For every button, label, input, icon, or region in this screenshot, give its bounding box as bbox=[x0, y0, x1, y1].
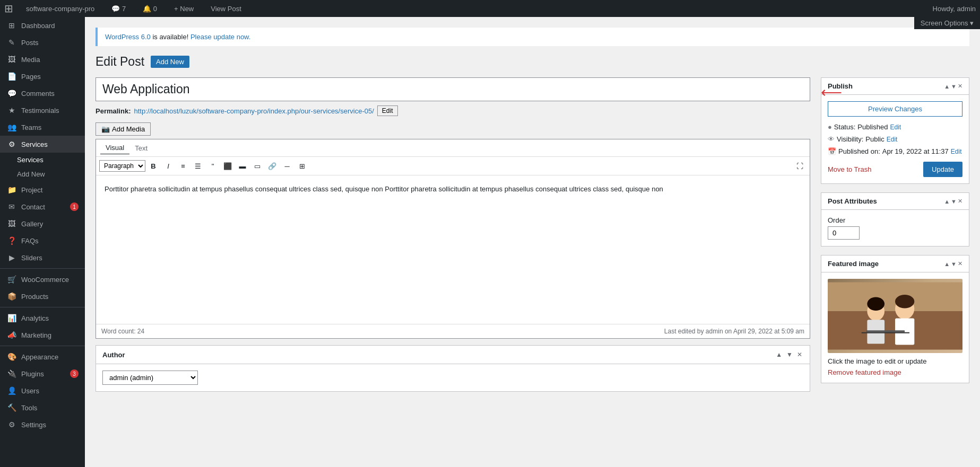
sidebar-item-appearance[interactable]: 🎨 Appearance bbox=[0, 348, 85, 365]
post-attributes-panel: Post Attributes ▲ ▼ ✕ Order bbox=[821, 192, 969, 246]
screen-options-button[interactable]: Screen Options ▾ bbox=[914, 17, 980, 29]
wp-version-link[interactable]: WordPress 6.0 bbox=[105, 33, 151, 41]
add-media-button[interactable]: 📷 Add Media bbox=[96, 122, 151, 136]
appearance-icon: 🎨 bbox=[6, 353, 17, 361]
update-notice: WordPress 6.0 is available! Please updat… bbox=[96, 28, 969, 46]
permalink-url[interactable]: http://localhost/luzuk/software-company-… bbox=[134, 107, 374, 115]
italic-button[interactable]: I bbox=[161, 159, 175, 173]
published-edit-link[interactable]: Edit bbox=[951, 148, 962, 155]
featured-image-controls: ▲ ▼ ✕ bbox=[944, 260, 962, 267]
link-button[interactable]: 🔗 bbox=[265, 159, 279, 173]
paragraph-select[interactable]: Paragraph bbox=[99, 160, 145, 172]
attrs-collapse-x[interactable]: ✕ bbox=[958, 198, 962, 205]
bold-button[interactable]: B bbox=[146, 159, 160, 173]
sidebar-item-posts[interactable]: ✎ Posts bbox=[0, 34, 85, 51]
new-post-item[interactable]: + New bbox=[170, 5, 198, 13]
notice-text: is available! bbox=[152, 33, 190, 41]
order-input[interactable] bbox=[828, 226, 860, 240]
status-value: Published bbox=[857, 123, 888, 131]
fullscreen-button[interactable]: ⛶ bbox=[793, 159, 806, 173]
update-now-link[interactable]: Please update now. bbox=[190, 33, 250, 41]
visual-tab[interactable]: Visual bbox=[100, 142, 129, 154]
sidebar-item-label: Services bbox=[21, 140, 48, 148]
editor-text: Porttitor pharetra sollicitudin at tempu… bbox=[105, 184, 801, 195]
sidebar-item-plugins[interactable]: 🔌 Plugins 3 bbox=[0, 365, 85, 382]
post-attributes-content: Order bbox=[821, 210, 969, 246]
sidebar-item-comments[interactable]: 💬 Comments bbox=[0, 85, 85, 102]
author-meta-box-content: admin (admin) bbox=[96, 364, 810, 391]
sidebar-item-settings[interactable]: ⚙ Settings bbox=[0, 416, 85, 433]
view-post-item[interactable]: View Post bbox=[206, 5, 246, 13]
sidebar-item-woocommerce[interactable]: 🛒 WooCommerce bbox=[0, 271, 85, 288]
preview-changes-button[interactable]: Preview Changes bbox=[828, 101, 962, 117]
sidebar-item-analytics[interactable]: 📊 Analytics bbox=[0, 310, 85, 327]
settings-icon: ⚙ bbox=[6, 420, 17, 429]
unordered-list-button[interactable]: ≡ bbox=[176, 159, 190, 173]
sidebar-subitem-services[interactable]: Services bbox=[0, 153, 85, 167]
sidebar-item-label: Testimonials bbox=[21, 107, 59, 114]
attrs-collapse-up[interactable]: ▲ bbox=[944, 198, 950, 205]
visibility-edit-link[interactable]: Edit bbox=[887, 136, 898, 143]
publish-collapse-down[interactable]: ▼ bbox=[951, 83, 957, 90]
ping-count-item[interactable]: 🔔 0 bbox=[138, 5, 161, 13]
sidebar-item-testimonials[interactable]: ★ Testimonials bbox=[0, 102, 85, 119]
move-to-trash-link[interactable]: Move to Trash bbox=[828, 165, 871, 173]
author-collapse-x[interactable]: ✕ bbox=[796, 350, 803, 359]
edit-slug-button[interactable]: Edit bbox=[377, 105, 398, 116]
sidebar-item-dashboard[interactable]: ⊞ Dashboard bbox=[0, 17, 85, 34]
align-right-button[interactable]: ▭ bbox=[250, 159, 264, 173]
sidebar-subitem-add-new[interactable]: Add New bbox=[0, 167, 85, 181]
visibility-value: Public bbox=[865, 135, 884, 143]
sidebar-item-sliders[interactable]: ▶ Sliders bbox=[0, 249, 85, 266]
table-button[interactable]: ⊞ bbox=[295, 159, 309, 173]
remove-featured-image-link[interactable]: Remove featured image bbox=[828, 368, 962, 376]
more-button[interactable]: ─ bbox=[280, 159, 294, 173]
sidebar-item-faqs[interactable]: ❓ FAQs bbox=[0, 232, 85, 249]
status-edit-link[interactable]: Edit bbox=[890, 124, 901, 131]
publish-panel-controls: ▲ ▼ ✕ bbox=[944, 83, 962, 90]
author-meta-box-header[interactable]: Author ▲ ▼ ✕ bbox=[96, 346, 810, 364]
sidebar-item-contact[interactable]: ✉ Contact 1 bbox=[0, 198, 85, 215]
sidebar-item-marketing[interactable]: 📣 Marketing bbox=[0, 327, 85, 343]
sidebar-item-services-parent[interactable]: ⚙ Services bbox=[0, 136, 85, 153]
editor-content[interactable]: Porttitor pharetra sollicitudin at tempu… bbox=[96, 175, 810, 324]
update-button[interactable]: Update bbox=[923, 162, 962, 177]
add-new-button[interactable]: Add New bbox=[151, 56, 189, 68]
permalink-row: Permalink: http://localhost/luzuk/softwa… bbox=[96, 105, 810, 116]
site-name[interactable]: software-company-pro bbox=[22, 5, 99, 13]
ordered-list-button[interactable]: ☰ bbox=[191, 159, 205, 173]
align-center-button[interactable]: ▬ bbox=[236, 159, 249, 173]
author-collapse-down[interactable]: ▼ bbox=[785, 350, 794, 359]
attrs-collapse-down[interactable]: ▼ bbox=[951, 198, 957, 205]
align-left-button[interactable]: ⬛ bbox=[221, 159, 235, 173]
posts-icon: ✎ bbox=[6, 38, 17, 47]
text-tab[interactable]: Text bbox=[129, 142, 153, 154]
sidebar-item-label: Appearance bbox=[21, 353, 58, 361]
featured-image-thumbnail[interactable] bbox=[828, 279, 962, 353]
feat-img-collapse-x[interactable]: ✕ bbox=[958, 260, 962, 267]
feat-img-collapse-down[interactable]: ▼ bbox=[951, 260, 957, 267]
feat-img-collapse-up[interactable]: ▲ bbox=[944, 260, 950, 267]
featured-image-header: Featured image ▲ ▼ ✕ bbox=[821, 255, 969, 272]
sidebar-item-teams[interactable]: 👥 Teams bbox=[0, 119, 85, 136]
submenu-label: Services bbox=[17, 156, 44, 164]
sidebar-item-pages[interactable]: 📄 Pages bbox=[0, 68, 85, 85]
last-edited: Last edited by admin on April 29, 2022 a… bbox=[664, 328, 804, 335]
sidebar-item-project[interactable]: 📁 Project bbox=[0, 181, 85, 198]
comments-count-item[interactable]: 💬 7 bbox=[107, 5, 130, 13]
publish-collapse-x[interactable]: ✕ bbox=[958, 83, 962, 90]
blockquote-button[interactable]: " bbox=[206, 159, 220, 173]
sidebar-item-gallery[interactable]: 🖼 Gallery bbox=[0, 215, 85, 232]
contact-badge: 1 bbox=[70, 202, 79, 211]
sidebar-item-media[interactable]: 🖼 Media bbox=[0, 51, 85, 68]
post-attributes-controls: ▲ ▼ ✕ bbox=[944, 198, 962, 205]
sidebar-item-tools[interactable]: 🔨 Tools bbox=[0, 399, 85, 416]
author-select[interactable]: admin (admin) bbox=[102, 371, 198, 385]
post-title-input[interactable] bbox=[96, 78, 810, 101]
sidebar-item-products[interactable]: 📦 Products bbox=[0, 288, 85, 305]
sidebar-item-users[interactable]: 👤 Users bbox=[0, 382, 85, 399]
page-header: Edit Post Add New bbox=[96, 55, 969, 69]
author-collapse-up[interactable]: ▲ bbox=[775, 350, 783, 359]
publish-collapse-up[interactable]: ▲ bbox=[944, 83, 950, 90]
plugins-badge: 3 bbox=[70, 369, 79, 378]
